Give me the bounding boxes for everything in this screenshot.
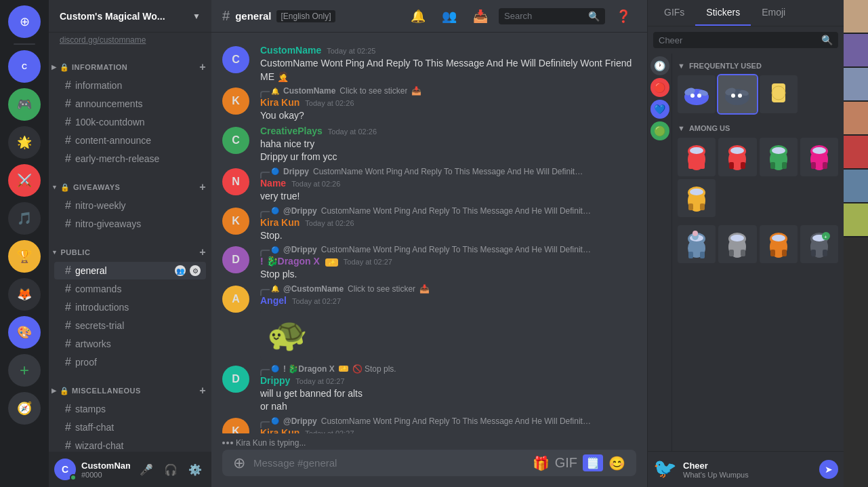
server-icons-sidebar: ⊕ C 🎮 🌟 ⚔️ 🎵 🏆 🦊 🎨 + 🧭 <box>0 0 49 487</box>
tab-stickers[interactable]: Stickers <box>695 0 751 26</box>
channel-commands[interactable]: # commands <box>54 280 206 298</box>
sticker-section-frequently-used[interactable]: ▼ FREQUENTLY USED <box>678 59 838 75</box>
channel-stamps[interactable]: # stamps <box>54 400 206 418</box>
server-icon-7[interactable]: 🦊 <box>8 278 41 311</box>
sticker-item[interactable] <box>800 138 838 176</box>
members-btn[interactable]: 👥 <box>436 9 462 24</box>
channel-name: introductions <box>75 302 201 313</box>
sticker-item[interactable] <box>678 75 716 113</box>
server-header[interactable]: Custom's Magical Wo... ▼ <box>49 0 211 33</box>
server-icon-2[interactable]: 🎮 <box>8 88 41 121</box>
typing-indicator: Kira Kun is typing... <box>211 433 647 450</box>
channel-introductions[interactable]: # introductions <box>54 298 206 316</box>
sticker-item[interactable] <box>718 225 756 263</box>
tab-gifs[interactable]: GIFs <box>653 0 695 26</box>
channel-content-announce[interactable]: # content-announce <box>54 132 206 149</box>
recent-stickers-btn[interactable]: 🕐 <box>650 56 669 75</box>
sticker-search-input[interactable] <box>659 35 819 45</box>
sticker-cat-blue[interactable]: 💙 <box>650 100 669 119</box>
channel-nitro-giveaways[interactable]: # nitro-giveaways <box>54 215 206 233</box>
sticker-send-btn[interactable]: ➤ <box>819 460 838 479</box>
category-add-btn[interactable]: + <box>199 61 206 73</box>
notification-btn[interactable]: 🔔 <box>405 9 431 24</box>
add-server-btn[interactable]: + <box>8 354 41 387</box>
channel-announcements[interactable]: # announcements <box>54 95 206 113</box>
reply-context: 🔵 @Drippy CustomName Wont Ping And Reply… <box>260 245 636 254</box>
sticker-picker-panel: GIFs Stickers Emoji 🔍 🕐 🔴 💙 🟢 ▼ FREQUENT… <box>647 0 844 487</box>
tab-emoji[interactable]: Emoji <box>751 0 796 26</box>
sticker-cat-red[interactable]: 🔴 <box>650 78 669 97</box>
channel-name: 100k-countdown <box>75 117 201 128</box>
channels-list: ▶ 🔒 INFORMATION + # information # announ… <box>49 47 211 452</box>
category-header-giveaways[interactable]: ▼ 🔒 GIVEAWAYS + <box>49 178 211 196</box>
server-icon-1[interactable]: C <box>8 50 41 83</box>
sticker-section-among-us[interactable]: ▼ AMONG US <box>678 121 838 138</box>
channel-wizard-chat[interactable]: # wizard-chat <box>54 437 206 452</box>
gif-btn[interactable]: GIF <box>555 455 577 471</box>
sticker-item[interactable]: + <box>800 225 838 263</box>
sticker-item[interactable] <box>678 138 716 176</box>
message-author: Kira Kun <box>260 97 299 108</box>
search-input[interactable] <box>504 11 585 21</box>
category-add-btn[interactable]: + <box>199 181 206 193</box>
message-group: D 🔵 @Drippy CustomName Wont Ping And Rep… <box>211 244 647 283</box>
category-add-btn[interactable]: + <box>199 246 206 258</box>
channel-100k-countdown[interactable]: # 100k-countdown <box>54 113 206 131</box>
channel-nitro-weekly[interactable]: # nitro-weekly <box>54 197 206 214</box>
channel-artworks[interactable]: # artworks <box>54 335 206 353</box>
server-icon-6[interactable]: 🏆 <box>8 240 41 273</box>
server-icon-5[interactable]: 🎵 <box>8 202 41 235</box>
avatar: K <box>222 87 249 115</box>
search-box[interactable]: 🔍 <box>499 8 605 24</box>
settings-btn[interactable]: ⚙️ <box>184 459 206 480</box>
reply-author: @Drippy <box>283 245 317 254</box>
inbox-btn[interactable]: 📥 <box>468 9 493 24</box>
category-header-information[interactable]: ▶ 🔒 INFORMATION + <box>49 58 211 76</box>
channel-general[interactable]: # general 👥 ⚙ <box>54 262 206 279</box>
sticker-item[interactable] <box>760 75 798 113</box>
explore-servers-btn[interactable]: 🧭 <box>8 392 41 425</box>
server-link[interactable]: discord.gg/customname <box>49 33 211 47</box>
sticker-item[interactable] <box>718 138 756 176</box>
reply-text: CustomName Wont Ping And Reply To This M… <box>321 245 592 254</box>
svg-rect-56 <box>823 250 827 256</box>
sticker-item[interactable] <box>678 225 716 263</box>
deafen-btn[interactable]: 🎧 <box>160 459 182 480</box>
channel-secrets-trial[interactable]: # secrets-trial <box>54 317 206 334</box>
sticker-item[interactable] <box>678 179 716 217</box>
svg-rect-29 <box>823 162 827 169</box>
category-header-miscellaneous[interactable]: ▶ 🔒 MISCELLANEOUS + <box>49 382 211 400</box>
emoji-btn[interactable]: 😊 <box>608 455 625 471</box>
home-icon[interactable]: ⊕ <box>8 5 41 38</box>
sticker-grid-area[interactable]: ▼ FREQUENTLY USED <box>672 54 844 451</box>
message-content: CustomName Today at 02:25 CustomName Won… <box>260 45 636 83</box>
reply-text: CustomName Wont Ping And Reply To This M… <box>313 167 584 176</box>
avatar: C <box>222 127 249 154</box>
sticker-cat-green[interactable]: 🟢 <box>650 121 669 140</box>
sticker-grid-among-us <box>678 138 838 217</box>
sticker-item[interactable] <box>760 138 798 176</box>
channel-staff-chat[interactable]: # staff-chat <box>54 418 206 436</box>
server-icon-8[interactable]: 🎨 <box>8 316 41 349</box>
category-add-btn[interactable]: + <box>199 385 206 397</box>
channel-name: commands <box>75 284 201 294</box>
server-icon-4[interactable]: ⚔️ <box>8 164 41 197</box>
messages-container[interactable]: C CustomName Today at 02:25 CustomName W… <box>211 33 647 433</box>
message-input[interactable] <box>253 450 524 476</box>
category-header-public[interactable]: ▼ PUBLIC + <box>49 244 211 261</box>
sticker-item-selected[interactable] <box>718 75 756 113</box>
attachment-btn[interactable]: ⊕ <box>233 454 245 472</box>
gift-btn[interactable]: 🎁 <box>533 455 550 471</box>
typing-dot <box>230 442 233 444</box>
channel-proof[interactable]: # proof <box>54 353 206 371</box>
message-group: K 🔵 @Drippy CustomName Wont Ping And Rep… <box>211 415 647 433</box>
server-icon-3[interactable]: 🌟 <box>8 126 41 159</box>
channel-information[interactable]: # information <box>54 77 206 94</box>
sticker-btn[interactable]: 🗒️ <box>583 454 603 471</box>
channel-early-merch-release[interactable]: # early-merch-release <box>54 150 206 168</box>
channel-hash-icon: # <box>65 301 71 313</box>
sticker-item[interactable] <box>760 225 798 263</box>
mute-btn[interactable]: 🎤 <box>136 459 157 480</box>
help-btn[interactable]: ❓ <box>611 9 636 24</box>
sticker-search-box[interactable]: 🔍 <box>653 32 838 48</box>
